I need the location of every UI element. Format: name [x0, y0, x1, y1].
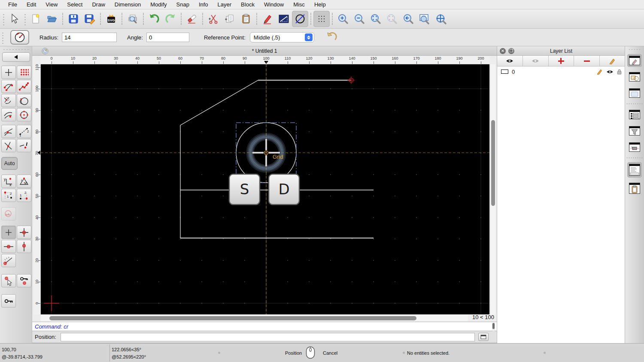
- save-button[interactable]: [65, 11, 82, 27]
- crosshair-vertical-button[interactable]: [17, 240, 31, 253]
- position-options-button[interactable]: [478, 333, 489, 341]
- toolbar-drag-handle[interactable]: [2, 12, 5, 25]
- horizontal-scrollbar-thumb[interactable]: [49, 316, 416, 320]
- position-input[interactable]: [61, 333, 475, 341]
- vertical-scrollbar[interactable]: [490, 64, 495, 314]
- layer-row[interactable]: 0: [497, 66, 625, 77]
- vertical-scrollbar-thumb[interactable]: [491, 120, 495, 206]
- snap-intersection-manual-button[interactable]: [17, 139, 31, 152]
- line-tool-button[interactable]: [276, 11, 292, 27]
- fillet-tool-button[interactable]: [10, 30, 29, 45]
- paste-button[interactable]: [238, 11, 254, 27]
- svg-export-button[interactable]: SVG: [103, 11, 119, 27]
- open-file-button[interactable]: [44, 11, 60, 27]
- layer-visibility-eye-icon[interactable]: [606, 69, 614, 74]
- dock-library-browser-button[interactable]: [627, 87, 642, 100]
- zoom-out-button[interactable]: [351, 11, 368, 27]
- zoom-previous-button[interactable]: [384, 11, 400, 27]
- horizontal-scrollbar[interactable]: [41, 315, 468, 321]
- draw-pen-button[interactable]: [259, 11, 276, 27]
- dock-command-line-button[interactable]: [627, 162, 642, 178]
- menu-modify[interactable]: Modify: [146, 0, 171, 9]
- sidebar-drag-handle[interactable]: [3, 48, 29, 51]
- snap-intersection-x-button[interactable]: [1, 139, 16, 152]
- restore-defaults-button[interactable]: [325, 31, 338, 44]
- angle-input[interactable]: [146, 33, 189, 42]
- menu-file[interactable]: File: [3, 0, 22, 9]
- key-tool-button[interactable]: [1, 294, 16, 308]
- dock-pen-wizard-button[interactable]: [627, 141, 642, 154]
- crosshair-center-button[interactable]: [17, 226, 31, 239]
- print-preview-button[interactable]: [125, 11, 141, 27]
- lock-relative-zero-button[interactable]: [17, 274, 31, 287]
- add-layer-button[interactable]: [549, 56, 574, 66]
- crosshair-horizontal-button[interactable]: [1, 240, 16, 253]
- new-document-button[interactable]: [27, 11, 44, 27]
- save-as-button[interactable]: [82, 11, 98, 27]
- restrict-disabled-button[interactable]: [1, 207, 16, 220]
- redo-button[interactable]: [162, 11, 179, 27]
- radius-input[interactable]: [62, 33, 117, 42]
- menu-draw[interactable]: Draw: [87, 0, 109, 9]
- zoom-pan-button[interactable]: [433, 11, 449, 27]
- zoom-back-button[interactable]: [400, 11, 416, 27]
- points-relative-button[interactable]: 12: [1, 189, 16, 202]
- snap-tangential-button[interactable]: [1, 125, 16, 138]
- dock-block-list-button[interactable]: [627, 70, 642, 83]
- drawing-canvas[interactable]: GridSD: [41, 64, 489, 314]
- command-line-area[interactable]: Command: cr: [32, 322, 497, 331]
- delete-button[interactable]: [184, 11, 200, 27]
- grid-toggle-button[interactable]: [313, 11, 330, 27]
- menu-view[interactable]: View: [41, 0, 62, 9]
- layer-lock-icon[interactable]: [617, 69, 622, 75]
- show-all-layers-button[interactable]: [497, 56, 523, 66]
- snap-center-button[interactable]: [1, 94, 16, 107]
- menu-window[interactable]: Window: [259, 0, 289, 9]
- hide-all-layers-button[interactable]: [523, 56, 549, 66]
- menu-layer[interactable]: Layer: [213, 0, 237, 9]
- snap-distance-button[interactable]: [1, 108, 16, 121]
- points-absolute-button[interactable]: 12: [17, 189, 31, 202]
- zero-snap-button[interactable]: [1, 226, 16, 239]
- snap-middle-button[interactable]: [17, 94, 31, 107]
- menu-info[interactable]: Info: [194, 0, 213, 9]
- menu-help[interactable]: Help: [310, 0, 331, 9]
- zoom-window-button[interactable]: [416, 11, 433, 27]
- snap-free-button[interactable]: [1, 66, 16, 79]
- snap-on-entity-button[interactable]: [17, 80, 31, 93]
- back-button[interactable]: [2, 52, 30, 62]
- layer-color-swatch[interactable]: [501, 69, 508, 74]
- select-snap-button[interactable]: [1, 274, 16, 287]
- angle-snap-button[interactable]: [1, 254, 16, 267]
- snap-sequence-button[interactable]: 12: [17, 125, 31, 138]
- dock-entity-list-button[interactable]: [627, 108, 642, 121]
- toolbar-drag-handle[interactable]: [24, 12, 26, 25]
- cut-button[interactable]: [205, 11, 222, 27]
- selection-arrow-icon[interactable]: [6, 11, 22, 27]
- snap-grid-button[interactable]: [17, 66, 31, 79]
- menu-dimension[interactable]: Dimension: [110, 0, 146, 9]
- coordinate-polar-button[interactable]: ra: [17, 175, 31, 188]
- layer-edit-pencil-icon[interactable]: [597, 69, 603, 75]
- menu-select[interactable]: Select: [62, 0, 87, 9]
- snap-auto-button[interactable]: Auto: [1, 157, 18, 170]
- zoom-in-button[interactable]: [335, 11, 351, 27]
- reference-point-select[interactable]: Middle (,5): [250, 32, 314, 42]
- copy-button[interactable]: [222, 11, 238, 27]
- options-drag-handle[interactable]: [1, 31, 4, 44]
- command-scrollbar[interactable]: [492, 323, 495, 331]
- document-tab-title[interactable]: * Untitled 1: [32, 46, 497, 56]
- snap-endpoint-button[interactable]: [1, 80, 16, 93]
- coordinate-cartesian-button[interactable]: yx: [1, 175, 16, 188]
- dock-selection-filter-button[interactable]: [627, 124, 642, 137]
- edit-layer-button[interactable]: [600, 56, 625, 66]
- snap-intersection-button[interactable]: [17, 108, 31, 121]
- menu-block[interactable]: Block: [236, 0, 259, 9]
- dock-clipboard-button[interactable]: [627, 181, 642, 196]
- remove-layer-button[interactable]: [574, 56, 600, 66]
- dock-pen-palette-button[interactable]: [627, 54, 642, 67]
- menu-misc[interactable]: Misc: [289, 0, 310, 9]
- circle-line-tool-button[interactable]: [292, 11, 308, 27]
- menu-snap[interactable]: Snap: [172, 0, 194, 9]
- zoom-auto-button[interactable]: [368, 11, 384, 27]
